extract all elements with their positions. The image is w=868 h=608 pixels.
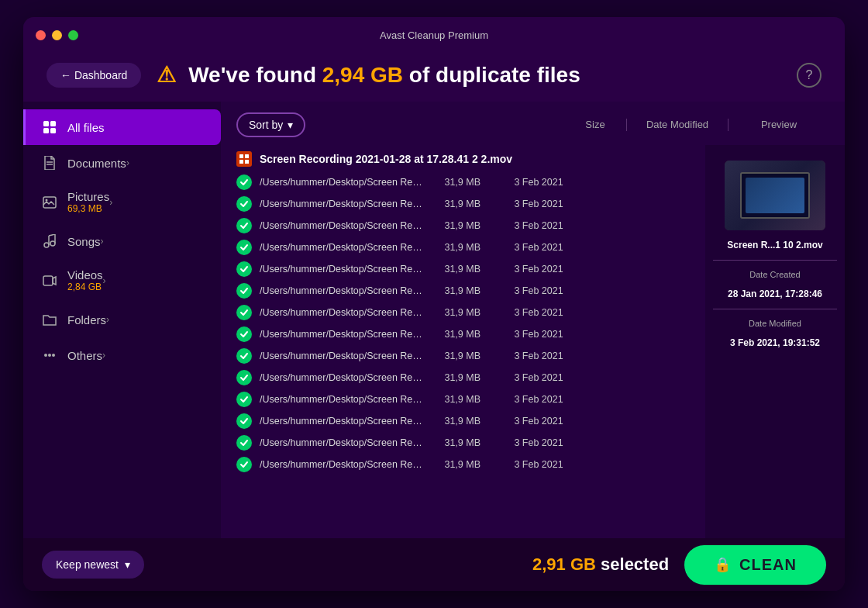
toolbar: Sort by ▾ Size Date Modified Preview [221,102,845,145]
checkbox-checked-icon[interactable] [236,305,252,320]
sort-by-label: Sort by [249,119,283,131]
chevron-icon: › [126,157,129,168]
file-size: 31,9 MB [426,177,488,188]
table-row[interactable]: /Users/hummer/Desktop/Screen Recording 2… [236,302,690,323]
table-row[interactable]: /Users/hummer/Desktop/Screen Recording 2… [236,280,690,302]
checkbox-checked-icon[interactable] [236,174,252,190]
documents-label-group: Documents [67,157,126,170]
preview-screen [740,172,810,219]
table-row[interactable]: /Users/hummer/Desktop/Screen Recording 2… [236,171,690,193]
checkbox-checked-icon[interactable] [236,283,252,299]
minimize-button[interactable] [52,30,62,40]
table-row[interactable]: /Users/hummer/Desktop/Screen Recording 2… [236,258,690,280]
table-row[interactable]: /Users/hummer/Desktop/Screen Recording 2… [236,215,690,237]
svg-rect-2 [43,128,49,133]
bottom-bar: Keep newest ▾ 2,91 GB selected 🔒 CLEAN [23,538,845,591]
sidebar-others-label: Others [67,349,102,362]
file-date: 3 Feb 2021 [488,437,589,448]
table-row[interactable]: /Users/hummer/Desktop/Screen Recording 2… [236,323,690,345]
file-path: /Users/hummer/Desktop/Screen Recording 2… [260,329,426,340]
clean-button[interactable]: 🔒 CLEAN [684,545,826,585]
checkbox-checked-icon[interactable] [236,240,252,255]
file-date: 3 Feb 2021 [488,416,589,427]
table-row[interactable]: /Users/hummer/Desktop/Screen Recording 2… [236,454,690,475]
chevron-icon: › [106,314,109,325]
sidebar-item-all-files[interactable]: All files [23,109,221,145]
file-size: 31,9 MB [426,242,488,253]
folders-icon [41,311,58,328]
grid-icon [41,119,58,136]
svg-line-12 [49,234,55,236]
svg-rect-1 [50,121,56,126]
checkbox-checked-icon[interactable] [236,392,252,407]
sidebar-item-videos[interactable]: Videos 2,84 GB › [23,259,221,302]
svg-point-15 [48,354,51,357]
checkbox-checked-icon[interactable] [236,218,252,233]
traffic-lights [36,30,78,40]
preview-panel: Screen R...1 10 2.mov Date Created 28 Ja… [705,145,845,538]
checkbox-checked-icon[interactable] [236,326,252,342]
checkbox-checked-icon[interactable] [236,370,252,385]
file-path: /Users/hummer/Desktop/Screen Recording 2… [260,372,426,383]
file-date: 3 Feb 2021 [488,177,589,188]
sidebar-item-folders[interactable]: Folders › [23,302,221,337]
file-size: 31,9 MB [426,307,488,318]
songs-icon [41,233,58,250]
file-path: /Users/hummer/Desktop/Screen Recording 2… [260,177,426,188]
table-row[interactable]: /Users/hummer/Desktop/Screen Recording 2… [236,432,690,454]
table-row[interactable]: /Users/hummer/Desktop/Screen Recording 2… [236,389,690,410]
file-path: /Users/hummer/Desktop/Screen Recording 2… [260,394,426,405]
keep-newest-button[interactable]: Keep newest ▾ [42,551,144,579]
checkbox-checked-icon[interactable] [236,435,252,451]
sidebar-all-files-label: All files [67,121,205,134]
file-date: 3 Feb 2021 [488,459,589,470]
table-row[interactable]: /Users/hummer/Desktop/Screen Recording 2… [236,410,690,432]
file-size: 31,9 MB [426,264,488,275]
sidebar-item-pictures[interactable]: Pictures 69,3 MB › [23,181,221,223]
header-title: ⚠ We've found 2,94 GB of duplicate files [157,62,580,88]
checkbox-checked-icon[interactable] [236,457,252,472]
sidebar-item-documents[interactable]: Documents › [23,145,221,181]
sort-by-button[interactable]: Sort by ▾ [236,112,305,137]
file-path: /Users/hummer/Desktop/Screen Recording 2… [260,264,426,275]
table-row[interactable]: /Users/hummer/Desktop/Screen Recording 2… [236,237,690,258]
help-button[interactable]: ? [797,63,822,88]
table-row[interactable]: /Users/hummer/Desktop/Screen Recording 2… [236,345,690,367]
checkbox-checked-icon[interactable] [236,348,252,364]
dashboard-button[interactable]: ← Dashboard [46,63,141,88]
table-row[interactable]: /Users/hummer/Desktop/Screen Recording 2… [236,367,690,389]
preview-thumb-inner [725,161,825,230]
table-row[interactable]: /Users/hummer/Desktop/Screen Recording 2… [236,193,690,215]
file-date: 3 Feb 2021 [488,199,589,209]
selected-size-text: 2,91 GB selected [532,554,669,575]
checkbox-checked-icon[interactable] [236,261,252,277]
app-window: Avast Cleanup Premium ← Dashboard ⚠ We'v… [23,17,845,591]
file-list: Screen Recording 2021-01-28 at 17.28.41 … [221,145,705,538]
chevron-icon: › [103,275,106,286]
close-button[interactable] [36,30,46,40]
file-group-header[interactable]: Screen Recording 2021-01-28 at 17.28.41 … [236,145,690,171]
group-name: Screen Recording 2021-01-28 at 17.28.41 … [260,153,512,165]
group-type-icon [236,151,252,167]
fullscreen-button[interactable] [68,30,78,40]
file-path: /Users/hummer/Desktop/Screen Recording 2… [260,220,426,231]
chevron-icon: › [101,236,104,247]
svg-rect-17 [239,154,243,158]
file-path: /Users/hummer/Desktop/Screen Recording 2… [260,199,426,209]
sidebar-item-others[interactable]: Others › [23,337,221,373]
preview-date-created-label: Date Created [749,270,800,279]
checkbox-checked-icon[interactable] [236,196,252,212]
checkbox-checked-icon[interactable] [236,413,252,429]
file-rows: /Users/hummer/Desktop/Screen Recording 2… [236,171,690,475]
svg-rect-20 [245,160,249,164]
others-label-group: Others [67,349,102,362]
file-date: 3 Feb 2021 [488,220,589,231]
file-date: 3 Feb 2021 [488,329,589,340]
sidebar-item-songs[interactable]: Songs › [23,223,221,259]
file-path: /Users/hummer/Desktop/Screen Recording 2… [260,285,426,296]
svg-rect-3 [50,128,56,133]
file-date: 3 Feb 2021 [488,242,589,253]
sort-chevron-icon: ▾ [288,119,293,131]
preview-filename: Screen R...1 10 2.mov [727,240,822,250]
preview-divider-1 [713,260,837,261]
